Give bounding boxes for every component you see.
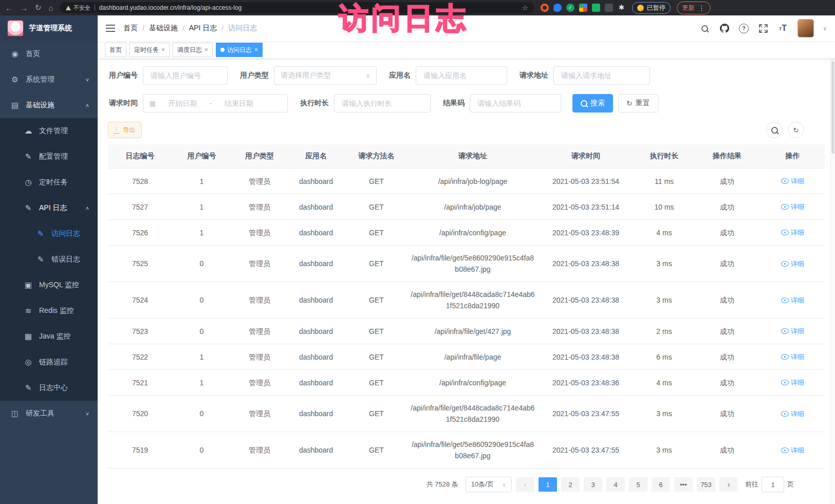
github-icon[interactable] xyxy=(719,23,730,33)
sidebar-item-redis[interactable]: ≋Redis 监控 xyxy=(0,298,98,324)
sidebar-item-error-log[interactable]: ✎错误日志 xyxy=(0,247,98,272)
logo-area[interactable]: 芋道管理系统 xyxy=(0,15,98,41)
breadcrumb-item[interactable]: 基础设施 xyxy=(149,24,178,33)
tab-首页[interactable]: 首页 xyxy=(105,43,126,57)
reset-button[interactable]: ↻重置 xyxy=(618,94,658,113)
sidebar-item-api-log[interactable]: ✎API 日志∧ xyxy=(0,195,98,221)
search-icon[interactable] xyxy=(700,23,710,33)
column-header: 日志编号 xyxy=(108,144,172,169)
refresh-button[interactable]: ↻ xyxy=(788,122,804,138)
sidebar-item-infra[interactable]: ▤基础设施∧ xyxy=(0,92,98,118)
bookmark-star-icon[interactable]: ☆ xyxy=(522,4,528,12)
page-button-6[interactable]: 6 xyxy=(652,477,670,492)
export-button[interactable]: 导出 xyxy=(108,122,142,138)
sidebar-item-label: 研发工具 xyxy=(26,409,54,418)
detail-link[interactable]: 详细 xyxy=(791,446,804,454)
sidebar-item-log-center[interactable]: ✎日志中心 xyxy=(0,375,98,401)
page-button-753[interactable]: 753 xyxy=(697,477,715,492)
goto-page-input[interactable] xyxy=(762,477,784,492)
detail-link[interactable]: 详细 xyxy=(791,177,804,185)
extension-icon[interactable]: ✱ xyxy=(618,4,626,12)
result-code-input[interactable] xyxy=(470,94,561,113)
prev-page-button[interactable]: ‹ xyxy=(516,477,534,492)
avatar[interactable] xyxy=(797,19,814,38)
help-icon[interactable]: ? xyxy=(739,23,749,33)
chevron-up-icon: ∧ xyxy=(85,103,89,108)
page-size-select[interactable]: 10条/页∨ xyxy=(466,477,512,492)
page-button-1[interactable]: 1 xyxy=(539,477,557,492)
goto-label: 前往 xyxy=(745,480,758,489)
cell-method: GET xyxy=(344,432,409,469)
breadcrumb-item[interactable]: 首页 xyxy=(123,24,138,33)
fullscreen-icon[interactable] xyxy=(758,23,769,33)
hamburger-icon[interactable] xyxy=(106,25,115,32)
sidebar-item-access-log[interactable]: ✎访问日志 xyxy=(0,221,98,247)
tab-调度日志[interactable]: 调度日志× xyxy=(173,43,213,57)
page-button-5[interactable]: 5 xyxy=(629,477,647,492)
detail-link[interactable]: 详细 xyxy=(791,203,804,211)
eye-icon xyxy=(781,380,789,385)
cell-app: dashboard xyxy=(288,370,344,396)
detail-link[interactable]: 详细 xyxy=(791,327,804,335)
breadcrumb-item[interactable]: API 日志 xyxy=(189,24,217,33)
detail-link[interactable]: 详细 xyxy=(791,410,804,418)
search-icon xyxy=(581,100,587,107)
close-icon[interactable]: × xyxy=(254,46,258,53)
pagination: 共 7528 条 10条/页∨ ‹ 123456•••753 › 前往 页 xyxy=(108,469,825,492)
extension-icon[interactable] xyxy=(553,4,562,12)
reload-icon[interactable]: ↻ xyxy=(35,3,42,12)
app-name-input[interactable] xyxy=(416,66,507,85)
extensions-puzzle-icon[interactable] xyxy=(579,4,587,12)
search-button[interactable]: 搜索 xyxy=(572,94,613,113)
back-icon[interactable]: ← xyxy=(5,4,13,12)
sidebar-item-system[interactable]: ⚙系统管理∨ xyxy=(0,67,98,92)
browser-menu-icon[interactable]: ⋮ xyxy=(698,4,705,12)
sidebar-item-label: 访问日志 xyxy=(51,229,80,238)
extension-icon[interactable] xyxy=(541,4,549,12)
toolbox-icon: ◫ xyxy=(10,409,20,418)
tab-访问日志[interactable]: 访问日志× xyxy=(216,43,263,57)
update-button[interactable]: 更新 ⋮ xyxy=(677,2,711,14)
more-pages-button[interactable]: ••• xyxy=(674,477,693,492)
request-time-range[interactable]: ▦ - xyxy=(143,94,288,113)
sidebar-item-config[interactable]: ✎配置管理 xyxy=(0,144,98,170)
page-button-3[interactable]: 3 xyxy=(584,477,602,492)
extension-icon[interactable] xyxy=(592,4,600,12)
cell-app: dashboard xyxy=(288,169,344,194)
sidebar-item-home[interactable]: ◉首页 xyxy=(0,41,98,67)
detail-link[interactable]: 详细 xyxy=(791,260,804,268)
extension-icon[interactable] xyxy=(605,4,613,12)
next-page-button[interactable]: › xyxy=(719,477,738,492)
scrollbar[interactable] xyxy=(830,59,835,504)
download-icon xyxy=(115,127,120,133)
page-button-4[interactable]: 4 xyxy=(606,477,625,492)
user-id-input[interactable] xyxy=(143,66,228,85)
detail-link[interactable]: 详细 xyxy=(791,353,804,361)
sidebar-item-java[interactable]: ▦Java 监控 xyxy=(0,324,98,349)
page-button-2[interactable]: 2 xyxy=(561,477,580,492)
detail-link[interactable]: 详细 xyxy=(791,296,804,304)
sidebar-item-mysql[interactable]: ▣MySQL 监控 xyxy=(0,272,98,298)
sidebar-item-file[interactable]: ☁文件管理 xyxy=(0,118,98,144)
sidebar-item-devtools[interactable]: ◫研发工具∨ xyxy=(0,401,98,426)
close-icon[interactable]: × xyxy=(161,46,165,53)
table-header-row: 日志编号用户编号用户类型应用名请求方法名请求地址请求时间执行时长操作结果操作 xyxy=(108,144,825,169)
detail-link[interactable]: 详细 xyxy=(791,379,804,386)
forward-icon[interactable]: → xyxy=(20,4,28,12)
font-size-icon[interactable]: тT xyxy=(778,23,788,33)
sidebar-item-trace[interactable]: ◎链路追踪 xyxy=(0,349,98,375)
address-bar[interactable]: 不安全 dashboard.yudao.iocoder.cn/infra/log… xyxy=(60,2,534,13)
extension-icon[interactable]: ✓ xyxy=(566,4,574,12)
paused-badge[interactable]: 已暂停 xyxy=(632,2,671,14)
user-type-select[interactable]: 请选择用户类型∨ xyxy=(274,66,377,85)
sidebar-item-job[interactable]: ◷定时任务 xyxy=(0,170,98,195)
chevron-down-icon[interactable]: ∨ xyxy=(823,26,827,31)
detail-link[interactable]: 详细 xyxy=(791,229,804,236)
tab-定时任务[interactable]: 定时任务× xyxy=(129,43,170,57)
toggle-search-button[interactable] xyxy=(766,122,783,138)
home-icon[interactable]: ⌂ xyxy=(49,4,53,12)
request-url-input[interactable] xyxy=(553,66,650,85)
close-icon[interactable]: × xyxy=(205,46,208,53)
duration-input[interactable] xyxy=(334,94,431,113)
table-row: 75261管理员dashboardGET/api/infra/config/pa… xyxy=(108,220,825,246)
